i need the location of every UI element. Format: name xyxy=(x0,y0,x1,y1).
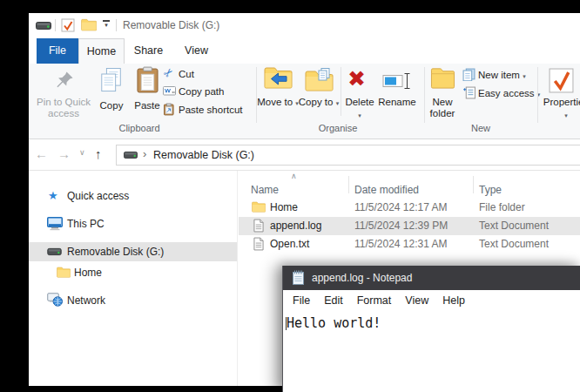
network-icon xyxy=(47,293,63,307)
file-date-modified: 11/5/2024 12:31 AM xyxy=(354,235,448,253)
column-header-name[interactable]: Name xyxy=(251,183,279,197)
sidebar-item-label: Network xyxy=(67,291,105,310)
tab-home[interactable]: Home xyxy=(78,38,125,64)
button-label: Delete xyxy=(339,97,381,108)
forward-button[interactable]: → xyxy=(57,146,71,162)
button-label: Copy path xyxy=(179,85,224,98)
rename-button[interactable]: Rename xyxy=(375,65,419,121)
tab-view[interactable]: View xyxy=(172,38,220,64)
explorer-titlebar[interactable]: ▾ Removable Disk (G:) xyxy=(29,13,580,38)
pin-icon xyxy=(55,71,74,90)
paste-shortcut-icon xyxy=(164,103,174,116)
paste-shortcut-button[interactable]: Paste shortcut xyxy=(162,101,256,118)
notepad-menubar: File Edit Format View Help xyxy=(283,290,580,310)
button-label: Pin to Quick access xyxy=(35,97,92,119)
new-item-icon xyxy=(462,68,475,81)
move-to-button[interactable]: Move to ▾ xyxy=(257,65,299,121)
sidebar-item-removable-disk[interactable]: Removable Disk (G:) xyxy=(44,242,227,261)
menu-format[interactable]: Format xyxy=(350,294,399,307)
column-divider xyxy=(473,176,474,193)
file-date-modified: 11/5/2024 12:17 AM xyxy=(354,199,448,217)
quick-access-star-icon: ★ xyxy=(48,186,58,206)
pin-to-quick-access-button[interactable]: Pin to Quick access xyxy=(35,65,92,121)
column-header-date-modified[interactable]: Date modified xyxy=(354,183,419,197)
sidebar-item-network[interactable]: Network xyxy=(44,291,227,310)
button-label: Move to ▾ xyxy=(257,97,299,109)
file-name: append.log xyxy=(270,217,321,235)
easy-access-icon xyxy=(462,86,475,99)
new-folder-icon xyxy=(430,66,455,90)
sidebar-item-home-folder[interactable]: Home xyxy=(53,263,227,282)
menu-help[interactable]: Help xyxy=(435,294,472,307)
copy-to-button[interactable]: Copy to ▾ xyxy=(298,65,340,121)
breadcrumb-location[interactable]: Removable Disk (G:) xyxy=(153,145,254,165)
sidebar-item-this-pc[interactable]: This PC xyxy=(44,214,227,233)
back-button[interactable]: ← xyxy=(35,146,48,162)
button-label: Cut xyxy=(179,68,194,80)
paste-icon xyxy=(137,66,158,94)
button-label: Rename xyxy=(375,97,419,108)
folder-icon xyxy=(57,267,71,278)
chevron-down-icon: ▾ xyxy=(102,22,111,29)
scissors-icon: ✂ xyxy=(160,64,176,80)
properties-button[interactable]: Properties ▾ xyxy=(527,65,580,121)
file-type: Text Document xyxy=(479,235,549,253)
recent-locations-button[interactable]: ∨ xyxy=(79,148,85,157)
file-type: Text Document xyxy=(479,217,549,235)
notepad-titlebar[interactable]: append.log - Notepad xyxy=(283,266,580,290)
sidebar-item-label: This PC xyxy=(67,214,105,233)
column-divider xyxy=(348,176,349,193)
notepad-icon xyxy=(292,270,305,286)
pane-divider xyxy=(237,171,238,386)
file-name: Home xyxy=(270,199,298,217)
drive-icon xyxy=(36,21,51,30)
button-label: New item ▾ xyxy=(478,69,526,83)
button-label: Copy to ▾ xyxy=(298,97,340,109)
delete-button[interactable]: ✖ Delete ▾ xyxy=(339,65,381,121)
desktop: ▾ Removable Disk (G:) File Home Share Vi… xyxy=(0,0,580,392)
sidebar-item-label: Removable Disk (G:) xyxy=(67,242,164,261)
chevron-down-icon: ▾ xyxy=(523,73,526,79)
menu-edit[interactable]: Edit xyxy=(317,294,350,307)
menu-view[interactable]: View xyxy=(398,294,435,307)
paste-button[interactable]: Paste xyxy=(128,65,166,121)
qat-properties-button[interactable] xyxy=(61,18,75,32)
text-file-icon xyxy=(253,237,264,251)
file-type: File folder xyxy=(479,199,525,217)
group-label-organise: Organise xyxy=(303,123,373,133)
column-header-type[interactable]: Type xyxy=(479,183,502,197)
button-label: Copy xyxy=(93,100,130,112)
divider xyxy=(55,19,56,31)
up-button[interactable]: ↑ xyxy=(95,146,102,162)
copy-path-button[interactable]: Copy path xyxy=(162,83,256,100)
address-bar-row: ← → ∨ ↑ › Removable Disk (G:) xyxy=(29,139,580,171)
notepad-window: append.log - Notepad File Edit Format Vi… xyxy=(282,266,580,392)
group-label-clipboard: Clipboard xyxy=(105,123,174,133)
notepad-window-title: append.log - Notepad xyxy=(312,266,412,290)
group-label-new: New xyxy=(446,123,516,133)
copy-button[interactable]: Copy xyxy=(93,65,130,121)
rename-icon xyxy=(382,71,412,91)
qat-customize-button[interactable]: ▾ xyxy=(102,20,111,29)
tab-share[interactable]: Share xyxy=(125,38,172,64)
drive-icon xyxy=(124,151,138,159)
monitor-icon xyxy=(47,217,63,231)
notepad-text-area[interactable]: Hello world! xyxy=(283,310,580,392)
address-bar[interactable]: › Removable Disk (G:) xyxy=(116,145,580,166)
sidebar-item-quick-access[interactable]: ★ Quick access xyxy=(44,186,227,206)
copy-path-icon xyxy=(163,86,176,97)
delete-x-icon: ✖ xyxy=(347,65,366,91)
move-to-folder-icon xyxy=(264,65,293,90)
button-label: Paste xyxy=(128,100,166,112)
copy-to-folder-icon xyxy=(305,67,334,91)
tab-file[interactable]: File xyxy=(37,38,78,64)
button-label: Paste shortcut xyxy=(179,104,243,116)
divider xyxy=(116,19,117,31)
button-label: New folder xyxy=(423,97,462,119)
cut-button[interactable]: ✂ Cut xyxy=(162,65,249,83)
breadcrumb-chevron-icon: › xyxy=(143,147,146,160)
qat-new-folder-button[interactable] xyxy=(81,18,97,31)
sort-ascending-icon: ∧ xyxy=(291,172,297,180)
menu-file[interactable]: File xyxy=(286,294,317,307)
new-folder-button[interactable]: New folder xyxy=(423,65,462,121)
